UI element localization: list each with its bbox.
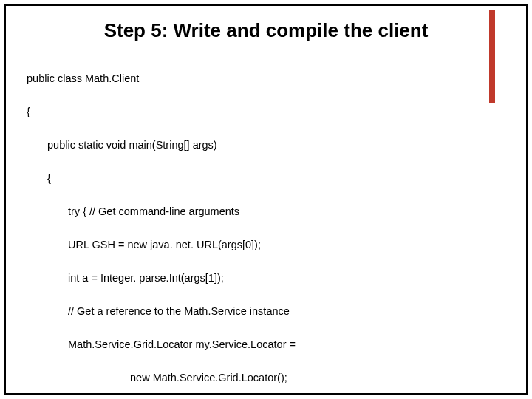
code-line: {	[47, 170, 505, 186]
accent-bar	[489, 10, 495, 103]
title-rest: Write and compile the client	[168, 19, 428, 41]
code-line: new Math.Service.Grid.Locator();	[130, 369, 505, 386]
slide-frame: Step 5: Write and compile the client pub…	[4, 4, 528, 395]
code-line: // Get a reference to the Math.Service i…	[68, 303, 505, 319]
code-line: try { // Get command-line arguments	[68, 203, 505, 219]
code-line: {	[27, 103, 505, 120]
code-block: public class Math.Client { public static…	[27, 54, 505, 395]
slide-title: Step 5: Write and compile the client	[27, 19, 505, 42]
code-line: URL GSH = new java. net. URL(args[0]);	[68, 236, 505, 253]
code-line: int a = Integer. parse.Int(args[1]);	[68, 270, 505, 286]
code-line: public class Math.Client	[27, 70, 505, 86]
code-line: public static void main(String[] args)	[47, 137, 505, 153]
code-line: Math.Service.Grid.Locator my.Service.Loc…	[68, 336, 505, 352]
title-step: Step 5:	[104, 19, 168, 41]
